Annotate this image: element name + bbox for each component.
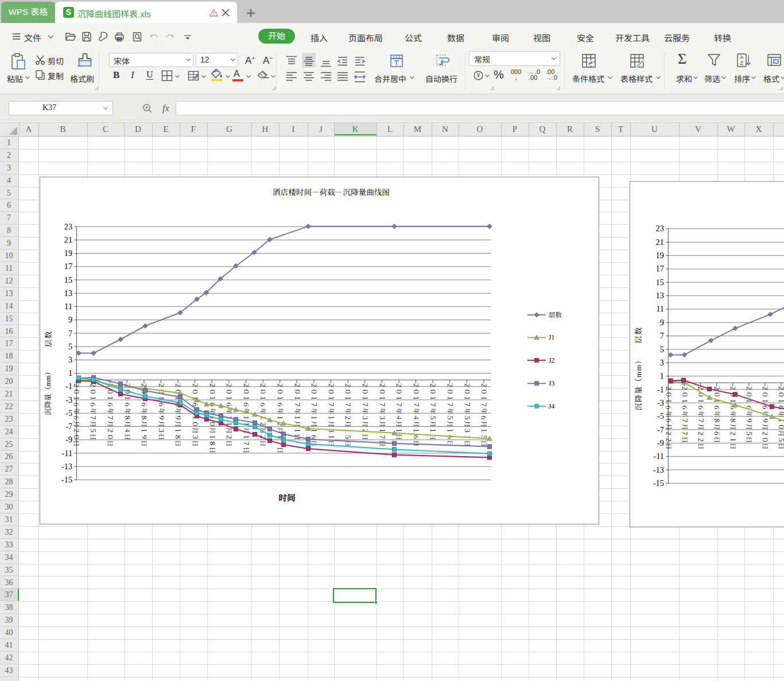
svg-text:-15: -15 [61,475,72,484]
svg-text:23: 23 [656,224,664,233]
svg-text:15: 15 [656,277,664,286]
svg-text:7: 7 [660,331,664,340]
svg-text:酒店楼时间－荷载－沉降量曲线图: 酒店楼时间－荷载－沉降量曲线图 [273,188,390,196]
svg-text:A: A [740,55,743,60]
svg-text:层数: 层数 [44,330,52,347]
svg-text:２０１６年６月２２日: ２０１６年６月２２日 [665,384,672,449]
svg-text:J3: J3 [549,380,554,387]
svg-text:23: 23 [64,221,72,231]
svg-text:２０１７年５月１日: ２０１７年５月１日 [429,382,436,440]
svg-text:11: 11 [656,304,664,313]
svg-text:-11: -11 [653,452,663,461]
svg-text:-9: -9 [65,435,72,444]
svg-text:２０１７年１月３１日: ２０１７年１月３１日 [327,382,334,446]
svg-text:21: 21 [656,237,664,246]
svg-text:17: 17 [656,264,664,273]
svg-text:２０１６年７月５日: ２０１６年７月５日 [90,382,96,440]
svg-text:-9: -9 [657,438,664,447]
svg-text:5: 5 [68,341,72,351]
svg-text:２０１６年９月２０日: ２０１６年９月２０日 [762,384,769,449]
svg-text:15: 15 [64,275,72,284]
svg-text:２０１６年９月５日: ２０１６年９月５日 [746,384,752,443]
svg-text:２０１６年６月２０日: ２０１６年６月２０日 [72,382,79,446]
svg-text:11: 11 [64,302,72,311]
svg-text:２０１６年７月２０日: ２０１６年７月２０日 [106,382,113,446]
svg-text:２０１７年３月１７日: ２０１７年３月１７日 [378,382,385,446]
svg-text:层数: 层数 [634,326,643,343]
svg-text:13: 13 [64,288,72,297]
svg-text:-7: -7 [657,425,664,434]
svg-text:-1: -1 [657,384,664,394]
svg-text:3: 3 [660,357,664,367]
svg-text:-5: -5 [65,408,72,417]
svg-text:5: 5 [660,344,664,353]
svg-text:层数: 层数 [549,311,562,318]
svg-text:２０１６年７月７日: ２０１６年７月７日 [681,384,688,443]
svg-text:２０１７年１月１日: ２０１７年１月１日 [293,382,300,440]
svg-text:-3: -3 [657,398,664,407]
svg-text:-7: -7 [65,422,72,431]
svg-text:２０１７年１月１６日: ２０１７年１月１６日 [311,382,317,446]
svg-text:-1: -1 [65,382,72,391]
svg-text:17: 17 [64,262,72,271]
svg-text:-11: -11 [61,448,72,457]
svg-text:２０１６年１１月１７日: ２０１６年１１月１７日 [242,382,249,453]
svg-text:Z: Z [740,60,744,66]
svg-text:19: 19 [64,248,72,258]
svg-text:21: 21 [64,235,72,244]
svg-text:２０１６年１０月５日: ２０１６年１０月５日 [778,384,784,449]
svg-text:1: 1 [660,371,664,380]
svg-text:２０１７年４月１６日: ２０１７年４月１６日 [412,382,419,446]
svg-text:沉降量（mm）: 沉降量（mm） [634,356,643,410]
svg-text:２０１７年６月１５日: ２０１７年６月１５日 [480,382,487,446]
svg-text:-15: -15 [653,478,664,488]
svg-text:9: 9 [68,315,72,324]
svg-text:1: 1 [68,368,72,378]
svg-text:¥: ¥ [476,72,480,79]
svg-text:２０１７年４月１日: ２０１７年４月１日 [395,382,402,440]
svg-text:-13: -13 [653,465,664,474]
svg-text:J1: J1 [549,334,554,341]
svg-text:２０１６年８月６日: ２０１６年８月６日 [713,384,720,443]
svg-text:２０１６年１１月２日: ２０１６年１１月２日 [226,382,232,446]
svg-text:13: 13 [656,291,664,300]
svg-text:9: 9 [660,317,664,326]
svg-text:时间: 时间 [278,493,295,503]
svg-text:２０１７年２月１５日: ２０１７年２月１５日 [344,382,351,446]
svg-text:J2: J2 [549,356,554,363]
svg-text:7: 7 [68,328,72,337]
svg-text:3: 3 [68,355,72,364]
svg-text:-13: -13 [61,461,72,470]
svg-text:J4: J4 [549,402,554,409]
svg-text:沉降量（mm）: 沉降量（mm） [44,368,52,415]
svg-text:19: 19 [656,251,664,260]
svg-text:２０１６年７月２２日: ２０１６年７月２２日 [697,384,704,449]
svg-text:-3: -3 [65,395,72,404]
svg-text:-5: -5 [657,411,664,421]
